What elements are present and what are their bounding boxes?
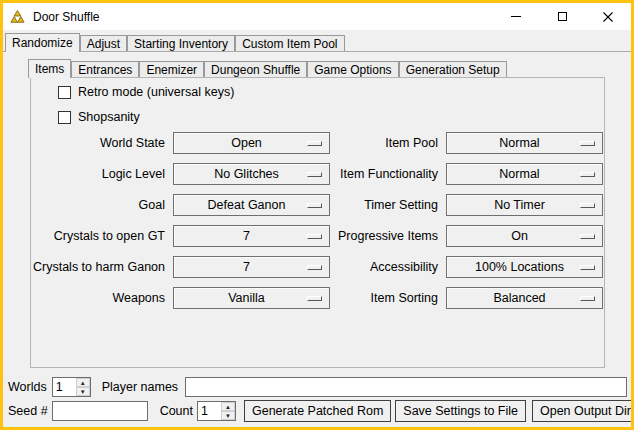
goal-label: Goal	[33, 198, 165, 212]
shopsanity-label: Shopsanity	[78, 110, 140, 124]
dropdown-value: Defeat Ganon	[208, 198, 286, 212]
item-sorting-label: Item Sorting	[338, 291, 438, 305]
dropdown-indicator-icon	[307, 296, 322, 301]
dropdown-indicator-icon	[580, 203, 595, 208]
tab-custom-item-pool[interactable]: Custom Item Pool	[235, 35, 344, 51]
minimize-icon	[511, 16, 521, 17]
dropdown-indicator-icon	[307, 203, 322, 208]
worlds-spinbox: ▲ ▼	[52, 377, 91, 397]
spin-up-icon[interactable]: ▲	[221, 402, 235, 411]
retro-mode-label: Retro mode (universal keys)	[78, 85, 234, 99]
subtab-items[interactable]: Items	[28, 59, 71, 78]
checkbox-box-icon	[58, 86, 71, 99]
dropdown-value: 100% Locations	[475, 260, 564, 274]
generate-row: Seed # Count ▲ ▼ Generate Patched Rom Sa…	[8, 400, 627, 422]
dropdown-value: 7	[243, 260, 250, 274]
subtab-game-options[interactable]: Game Options	[307, 61, 398, 77]
triforce-app-icon	[10, 10, 26, 24]
progressive-items-dropdown[interactable]: On	[446, 225, 603, 247]
dropdown-indicator-icon	[307, 172, 322, 177]
dropdown-value: Normal	[499, 136, 539, 150]
checkbox-box-icon	[58, 111, 71, 124]
spin-up-icon[interactable]: ▲	[76, 378, 90, 387]
logic-level-dropdown[interactable]: No Glitches	[173, 163, 330, 185]
shopsanity-checkbox[interactable]: Shopsanity	[58, 110, 140, 124]
dropdown-value: Open	[231, 136, 262, 150]
spin-down-icon[interactable]: ▼	[221, 411, 235, 420]
world-state-dropdown[interactable]: Open	[173, 132, 330, 154]
tab-randomize[interactable]: Randomize	[5, 33, 80, 52]
player-names-input[interactable]	[185, 377, 627, 397]
subtab-generation-setup[interactable]: Generation Setup	[399, 61, 507, 77]
dropdown-indicator-icon	[580, 172, 595, 177]
goal-dropdown[interactable]: Defeat Ganon	[173, 194, 330, 216]
subtab-dungeon-shuffle[interactable]: Dungeon Shuffle	[204, 61, 307, 77]
maximize-button[interactable]	[539, 3, 585, 30]
item-functionality-label: Item Functionality	[338, 167, 438, 181]
dropdown-value: No Glitches	[214, 167, 279, 181]
dropdown-value: On	[511, 229, 528, 243]
count-label: Count	[160, 404, 193, 418]
app-window: Door Shuffle Randomize Adjust Starting I…	[0, 0, 634, 430]
accessibility-dropdown[interactable]: 100% Locations	[446, 256, 603, 278]
settings-grid: World State Open Item Pool Normal Logic …	[33, 132, 603, 309]
retro-mode-checkbox[interactable]: Retro mode (universal keys)	[58, 85, 234, 99]
dropdown-value: 7	[243, 229, 250, 243]
window-content: Randomize Adjust Starting Inventory Cust…	[3, 30, 631, 427]
close-icon	[603, 12, 613, 22]
dropdown-value: Normal	[499, 167, 539, 181]
item-sorting-dropdown[interactable]: Balanced	[446, 287, 603, 309]
dropdown-indicator-icon	[307, 265, 322, 270]
dropdown-indicator-icon	[580, 296, 595, 301]
save-settings-button[interactable]: Save Settings to File	[395, 400, 526, 422]
maximize-icon	[558, 12, 567, 21]
count-spin-buttons: ▲ ▼	[221, 402, 235, 420]
worlds-spin-buttons: ▲ ▼	[76, 378, 90, 396]
dropdown-indicator-icon	[307, 141, 322, 146]
tab-adjust[interactable]: Adjust	[80, 35, 127, 51]
crystals-ganon-label: Crystals to harm Ganon	[33, 260, 165, 274]
worlds-input[interactable]	[53, 378, 76, 396]
weapons-label: Weapons	[33, 291, 165, 305]
count-spinbox: ▲ ▼	[197, 401, 236, 421]
accessibility-label: Accessibility	[338, 260, 438, 274]
dropdown-indicator-icon	[580, 234, 595, 239]
seed-input[interactable]	[52, 401, 148, 421]
subtab-enemizer[interactable]: Enemizer	[139, 61, 204, 77]
item-pool-dropdown[interactable]: Normal	[446, 132, 603, 154]
subtab-entrances[interactable]: Entrances	[71, 61, 139, 77]
crystals-gt-dropdown[interactable]: 7	[173, 225, 330, 247]
close-button[interactable]	[585, 3, 631, 30]
tab-starting-inventory[interactable]: Starting Inventory	[127, 35, 235, 51]
dropdown-value: Balanced	[493, 291, 545, 305]
count-input[interactable]	[198, 402, 221, 420]
open-output-directory-button[interactable]: Open Output Directory	[532, 400, 634, 422]
multiworld-row: Worlds ▲ ▼ Player names	[8, 376, 627, 398]
minimize-button[interactable]	[493, 3, 539, 30]
crystals-ganon-dropdown[interactable]: 7	[173, 256, 330, 278]
dropdown-indicator-icon	[580, 141, 595, 146]
generate-patched-rom-button[interactable]: Generate Patched Rom	[244, 400, 391, 422]
player-names-label: Player names	[102, 380, 178, 394]
dropdown-indicator-icon	[580, 265, 595, 270]
world-state-label: World State	[33, 136, 165, 150]
worlds-label: Worlds	[8, 380, 47, 394]
dropdown-value: Vanilla	[228, 291, 265, 305]
progressive-items-label: Progressive Items	[338, 229, 438, 243]
logic-level-label: Logic Level	[33, 167, 165, 181]
spin-down-icon[interactable]: ▼	[76, 387, 90, 396]
titlebar[interactable]: Door Shuffle	[3, 3, 631, 30]
main-notebook-border	[3, 51, 631, 52]
dropdown-indicator-icon	[307, 234, 322, 239]
dropdown-value: No Timer	[494, 198, 545, 212]
window-title: Door Shuffle	[33, 10, 100, 24]
seed-label: Seed #	[8, 404, 48, 418]
timer-setting-label: Timer Setting	[338, 198, 438, 212]
weapons-dropdown[interactable]: Vanilla	[173, 287, 330, 309]
item-functionality-dropdown[interactable]: Normal	[446, 163, 603, 185]
timer-setting-dropdown[interactable]: No Timer	[446, 194, 603, 216]
items-pane: Retro mode (universal keys) Shopsanity W…	[30, 77, 605, 368]
sub-tab-bar: Items Entrances Enemizer Dungeon Shuffle…	[28, 59, 507, 77]
item-pool-label: Item Pool	[338, 136, 438, 150]
main-tab-bar: Randomize Adjust Starting Inventory Cust…	[5, 33, 345, 51]
